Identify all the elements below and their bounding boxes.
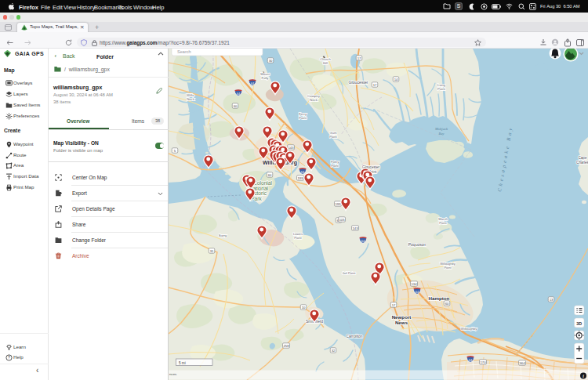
svg-text:Point: Point [329, 135, 337, 139]
svg-text:258: 258 [284, 344, 290, 348]
svg-text:17: 17 [358, 56, 361, 60]
svg-text:31: 31 [210, 249, 214, 253]
svg-text:Point: Point [437, 87, 446, 91]
svg-text:5 mi: 5 mi [179, 361, 186, 365]
svg-text:Point: Point [444, 266, 452, 270]
svg-text:Mobjack: Mobjack [434, 127, 448, 131]
svg-text:199: 199 [336, 202, 342, 206]
svg-text:64: 64 [469, 358, 473, 362]
svg-text:64: 64 [416, 290, 419, 294]
svg-text:199: 199 [298, 176, 304, 180]
svg-text:64: 64 [301, 170, 305, 174]
svg-text:Point: Point [294, 236, 302, 240]
svg-text:60: 60 [268, 173, 272, 177]
svg-text:564: 564 [520, 361, 526, 365]
svg-text:60: 60 [445, 302, 449, 306]
svg-text:Neck: Neck [187, 97, 194, 101]
svg-text:32: 32 [332, 349, 336, 353]
svg-text:Bay: Bay [438, 132, 445, 136]
svg-text:Search: Search [177, 49, 191, 54]
svg-text:3D: 3D [576, 321, 582, 326]
svg-text:Hill: Hill [323, 61, 328, 65]
svg-text:Point: Point [439, 221, 447, 225]
svg-text:Neck: Neck [310, 98, 318, 102]
svg-text:Willoughby: Willoughby [461, 327, 477, 331]
svg-text:60: 60 [234, 104, 238, 108]
svg-text:14: 14 [394, 78, 398, 81]
svg-text:Point: Point [331, 164, 339, 168]
svg-text:Cape: Cape [579, 156, 587, 160]
svg-text:S: S [457, 3, 461, 9]
svg-text:Point: Point [299, 116, 307, 120]
svg-text:143: 143 [289, 146, 295, 150]
svg-text:170: 170 [481, 360, 487, 364]
svg-text:Folly: Folly [262, 76, 270, 80]
svg-text:17: 17 [373, 83, 377, 87]
svg-text:143: 143 [353, 226, 359, 230]
svg-text:64: 64 [251, 81, 255, 85]
svg-text:Newport: Newport [392, 314, 412, 320]
svg-text:Poquoson: Poquoson [408, 242, 426, 247]
svg-text:Hampton: Hampton [429, 295, 450, 301]
svg-text:134: 134 [412, 282, 418, 286]
svg-text:Jail Point: Jail Point [343, 271, 357, 275]
svg-text:nces: nces [169, 372, 177, 376]
svg-text:News: News [395, 320, 408, 325]
svg-text:105: 105 [339, 218, 346, 222]
svg-text:Gloucester: Gloucester [348, 80, 368, 85]
svg-text:Carrollton: Carrollton [347, 335, 363, 338]
svg-text:64: 64 [237, 92, 241, 96]
svg-text:Surry: Surry [219, 233, 227, 237]
svg-text:13: 13 [550, 298, 554, 302]
svg-text:?: ? [8, 355, 10, 360]
svg-text:10: 10 [302, 306, 306, 309]
svg-text:Charles: Charles [576, 161, 588, 165]
svg-text:17: 17 [392, 303, 396, 307]
svg-text:30: 30 [269, 59, 273, 63]
svg-text:64: 64 [361, 239, 365, 243]
